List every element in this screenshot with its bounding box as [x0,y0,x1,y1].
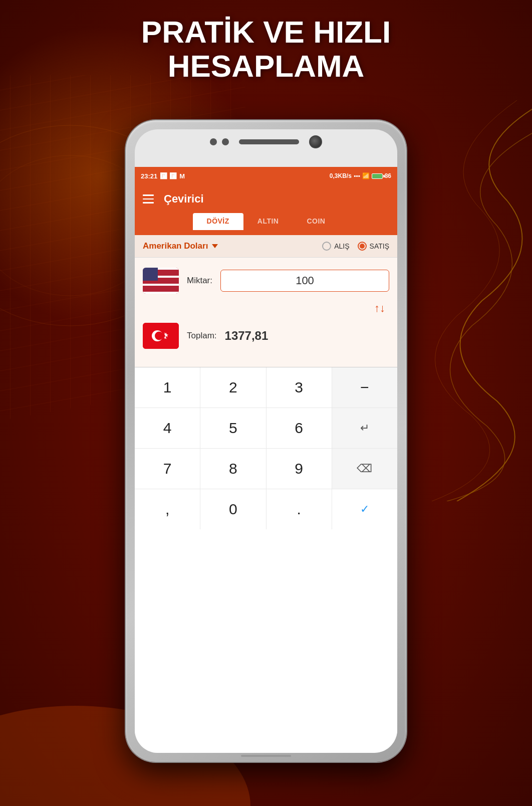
key-6[interactable]: 6 [267,408,332,448]
status-m: M [179,172,185,180]
status-p2: 🅿 [170,172,176,180]
battery-level: 86 [385,172,391,179]
battery-icon [372,173,383,179]
satis-label: SATIŞ [370,242,389,250]
home-bar [241,755,291,757]
key-3[interactable]: 3 [267,367,332,408]
key-2[interactable]: 2 [200,367,265,408]
currency-selector[interactable]: Amerikan Doları ALIŞ SATIŞ [135,235,397,258]
amount-input[interactable] [220,270,389,292]
camera-dot-1 [210,138,217,145]
key-5[interactable]: 5 [200,408,265,448]
camera-dot-2 [222,138,229,145]
result-value: 1377,81 [225,329,269,343]
phone-device: 23:21 🅿 🅿 M 0,3KB/s ▪▪▪ 📶 86 [126,120,406,762]
us-flag [143,268,179,294]
content-area: Miktar: ↑↓ [135,258,397,367]
radio-group: ALIŞ SATIŞ [322,242,389,251]
to-currency-row: Toplam: 1377,81 [143,323,389,349]
tab-altin[interactable]: ALTIN [243,213,293,230]
key-comma[interactable]: , [135,489,200,529]
key-dot[interactable]: . [267,489,332,529]
tab-bar: DÖVİZ ALTIN COIN [135,213,397,235]
svg-point-6 [155,332,163,340]
key-8[interactable]: 8 [200,449,265,489]
from-currency-row: Miktar: [143,268,389,294]
amount-label: Miktar: [187,276,212,286]
status-signal: ▪▪▪ [354,172,360,179]
tr-flag [143,323,179,349]
key-backspace[interactable]: ⌫ [332,449,397,489]
satis-radio[interactable]: SATIŞ [358,242,389,251]
status-time: 23:21 [141,172,157,180]
key-4[interactable]: 4 [135,408,200,448]
swap-row: ↑↓ [143,302,389,315]
swap-icon[interactable]: ↑↓ [374,302,385,315]
status-p1: 🅿 [160,172,167,180]
total-label: Toplam: [187,331,217,341]
status-speed: 0,3KB/s [330,172,352,179]
menu-button[interactable] [143,194,154,204]
currency-name[interactable]: Amerikan Doları [143,241,218,251]
dropdown-arrow-icon [212,244,218,248]
alis-radio[interactable]: ALIŞ [322,242,349,251]
alis-label: ALIŞ [334,242,349,250]
alis-radio-circle [322,242,331,251]
key-enter[interactable]: ✓ [332,489,397,529]
key-7[interactable]: 7 [135,449,200,489]
keypad: 1 2 3 − 4 5 6 ↵ 7 8 9 ⌫ , 0 . ✓ [135,367,397,529]
key-0[interactable]: 0 [200,489,265,529]
tab-doviz[interactable]: DÖVİZ [193,213,243,230]
key-9[interactable]: 9 [267,449,332,489]
app-title: Çevirici [164,192,204,206]
key-1[interactable]: 1 [135,367,200,408]
satis-radio-circle [358,242,367,251]
front-camera [309,135,322,148]
status-bar: 23:21 🅿 🅿 M 0,3KB/s ▪▪▪ 📶 86 [135,167,397,185]
key-tab[interactable]: ↵ [332,408,397,448]
tab-coin[interactable]: COIN [293,213,339,230]
status-wifi: 📶 [362,172,370,179]
key-minus[interactable]: − [332,367,397,408]
page-title: PRATİK VE HIZLI HESAPLAMA [0,15,532,83]
app-header: Çevirici [135,185,397,213]
speaker-grille [239,139,299,144]
